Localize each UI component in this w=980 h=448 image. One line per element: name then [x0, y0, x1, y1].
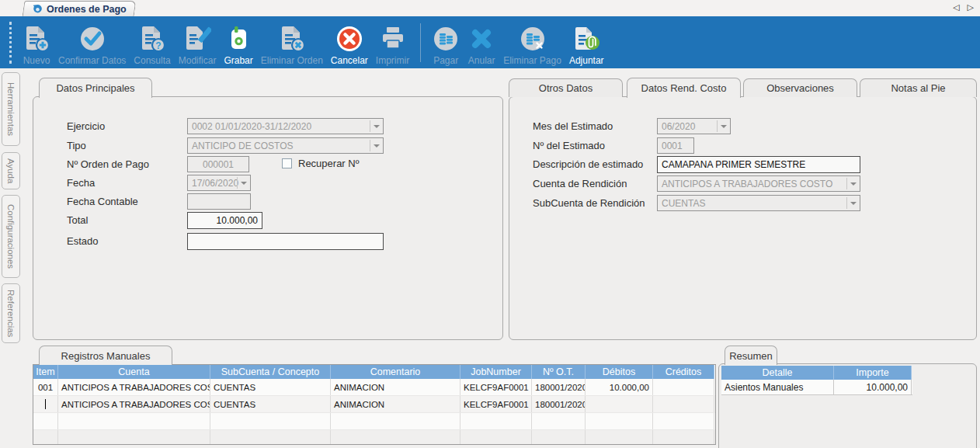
input-value: CAMAPANA PRIMER SEMESTRE	[662, 159, 805, 170]
toolbar-label: Anular	[468, 55, 495, 66]
toolbar-drag-handle-icon[interactable]	[9, 22, 12, 64]
label-estado: Estado	[67, 235, 98, 247]
app-window: Ordenes de Pago ◁ ▷ Nuevo	[0, 0, 980, 448]
toolbar-button-nuevo[interactable]: Nuevo	[23, 19, 50, 66]
input-descripcion-estimado[interactable]: CAMAPANA PRIMER SEMESTRE	[657, 156, 860, 173]
label-tipo: Tipo	[67, 140, 86, 151]
combo-cuenta-rendicion[interactable]: ANTICIPOS A TRABAJADORES COSTO	[657, 175, 860, 192]
toolbar-button-eliminar-orden[interactable]: Eliminar Orden	[261, 19, 323, 66]
cell-creditos	[653, 379, 714, 395]
panel-datos-rend-costo: Mes del Estimado 06/2020 Nº del Estimado…	[509, 96, 977, 340]
combo-subcuenta-rendicion[interactable]: CUENTAS	[657, 195, 860, 211]
tab-scroll-left-icon[interactable]: ◁	[953, 2, 959, 12]
label-cuenta-rendicion: Cuenta de Rendición	[533, 178, 627, 189]
column-header-subcuenta[interactable]: SubCuenta / Concepto	[210, 365, 331, 379]
label-mes-estimado: Mes del Estimado	[533, 120, 613, 132]
checkbox-box	[282, 158, 292, 168]
toolbar-button-imprimir[interactable]: Imprimir	[376, 19, 409, 66]
sidebar-tab-label: Herramientas	[6, 82, 16, 136]
document-tabstrip: Ordenes de Pago ◁ ▷	[0, 0, 980, 17]
column-header-cuenta[interactable]: Cuenta	[58, 365, 210, 379]
tab-datos-rend-costo[interactable]: Datos Rend. Costo	[627, 78, 741, 98]
label-fecha: Fecha	[67, 177, 95, 189]
cell-comentario: ANIMACION	[331, 396, 460, 412]
toolbar-button-pagar[interactable]: Pagar	[432, 19, 460, 66]
sidebar-tab-label: Referencias	[6, 290, 16, 337]
sidebar-tab-label: Ayuda	[6, 158, 16, 183]
cell-subcuenta: CUENTAS	[210, 396, 331, 412]
input-numero-estimado[interactable]: 0001	[657, 137, 694, 154]
sidebar-tab-herramientas[interactable]: Herramientas	[2, 72, 20, 146]
input-value: 000001	[203, 159, 234, 170]
combo-fecha[interactable]: 17/06/2020	[187, 175, 251, 191]
column-header-item[interactable]: Item	[33, 365, 58, 379]
cell-item	[33, 396, 58, 412]
sidebar-tab-configuraciones[interactable]: Configuraciones	[2, 195, 20, 278]
label-ejercicio: Ejercicio	[67, 120, 105, 132]
column-header-detalle[interactable]: Detalle	[721, 366, 834, 380]
tab-notas-al-pie[interactable]: Notas al Pie	[860, 78, 977, 97]
toolbar-button-confirmar-datos[interactable]: Confirmar Datos	[58, 19, 126, 66]
label-subcuenta-rendicion: SubCuenta de Rendición	[533, 197, 645, 209]
cell-cuenta: ANTICIPOS A TRABAJADORES COSTO	[58, 396, 210, 412]
save-icon	[224, 23, 252, 54]
tab-scroll-controls: ◁ ▷	[953, 2, 974, 12]
tab-label: Notas al Pie	[891, 82, 945, 94]
column-header-jobnumber[interactable]: JobNumber	[460, 365, 532, 379]
checkbox-recuperar-numero[interactable]: Recuperar Nº	[282, 158, 359, 169]
tab-scroll-right-icon[interactable]: ▷	[968, 2, 974, 12]
tab-observaciones[interactable]: Observaciones	[743, 78, 857, 97]
panel-resumen: Detalle Importe Asientos Manuales 10.000…	[718, 363, 977, 448]
input-estado[interactable]	[187, 233, 384, 250]
input-total[interactable]: 10.000,00	[187, 212, 262, 229]
resumen-grid: Detalle Importe Asientos Manuales 10.000…	[721, 366, 912, 397]
cell-ot: 180001/2020	[532, 396, 586, 412]
toolbar-button-cancelar[interactable]: Cancelar	[331, 19, 368, 66]
table-row-empty[interactable]	[33, 430, 715, 445]
tab-otros-datos[interactable]: Otros Datos	[509, 78, 623, 97]
toolbar-separator	[420, 23, 421, 62]
toolbar-button-anular[interactable]: Anular	[467, 19, 495, 66]
column-header-ot[interactable]: Nº O.T.	[532, 365, 586, 379]
input-value: 10.000,00	[217, 215, 258, 226]
toolbar-button-modificar[interactable]: Modificar	[179, 19, 217, 66]
toolbar-button-grabar[interactable]: Grabar	[224, 19, 252, 66]
svg-text:?: ?	[155, 40, 161, 50]
tab-datos-principales[interactable]: Datos Principales	[39, 78, 152, 98]
toolbar-label: Cancelar	[331, 55, 368, 66]
tab-registros-manuales[interactable]: Registros Manuales	[39, 346, 172, 365]
label-fecha-contable: Fecha Contable	[67, 196, 138, 207]
table-row-editing[interactable]: ANTICIPOS A TRABAJADORES COSTO CUENTAS A…	[33, 396, 715, 413]
tab-resumen[interactable]: Resumen	[725, 346, 777, 365]
toolbar-button-eliminar-pago[interactable]: Eliminar Pago	[503, 19, 561, 66]
sidebar-tab-label: Configuraciones	[6, 204, 16, 269]
combo-value: CUENTAS	[662, 198, 705, 209]
toolbar-label: Adjuntar	[569, 55, 604, 66]
column-header-creditos[interactable]: Créditos	[653, 365, 714, 379]
label-total: Total	[67, 214, 88, 226]
combo-value: ANTICIPOS A TRABAJADORES COSTO	[662, 179, 832, 189]
combo-tipo[interactable]: ANTICIPO DE COSTOS	[187, 137, 384, 154]
tab-label: Resumen	[729, 350, 773, 362]
table-row[interactable]: Asientos Manuales 10.000,00	[721, 380, 912, 395]
sidebar-tab-ayuda[interactable]: Ayuda	[2, 152, 20, 189]
toolbar-label: Pagar	[433, 55, 458, 66]
toolbar-button-adjuntar[interactable]: Adjuntar	[569, 19, 604, 66]
toolbar-button-consulta[interactable]: ? Consulta	[134, 19, 170, 66]
pay-coins-icon	[432, 23, 460, 54]
table-row-empty[interactable]	[33, 413, 715, 430]
column-header-debitos[interactable]: Débitos	[586, 365, 653, 379]
sidebar-tab-referencias[interactable]: Referencias	[2, 283, 20, 343]
column-header-comentario[interactable]: Comentario	[331, 365, 460, 379]
main-toolbar: Nuevo Confirmar Datos ? Co	[0, 16, 980, 68]
window-tab-ordenes-de-pago[interactable]: Ordenes de Pago	[23, 1, 137, 16]
input-fecha-contable[interactable]	[187, 193, 251, 210]
combo-ejercicio[interactable]: 0002 01/01/2020-31/12/2020	[187, 118, 384, 134]
toolbar-label: Imprimir	[376, 55, 409, 66]
combo-mes-estimado[interactable]: 06/2020	[657, 118, 731, 134]
input-numero-orden[interactable]: 000001	[187, 156, 249, 172]
cell-creditos	[653, 396, 714, 412]
column-header-importe[interactable]: Importe	[834, 366, 912, 380]
table-row[interactable]: 001 ANTICIPOS A TRABAJADORES COSTO CUENT…	[33, 379, 715, 396]
cell-debitos: 10.000,00	[586, 379, 653, 395]
